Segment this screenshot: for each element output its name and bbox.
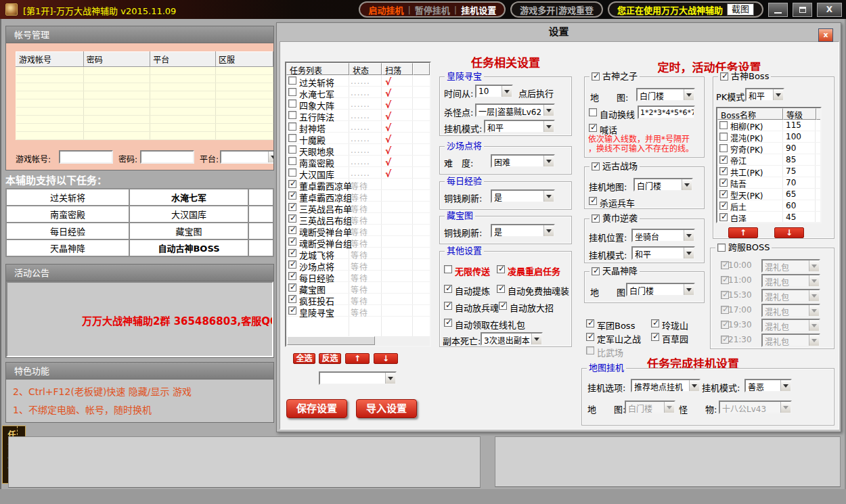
huangjin-mode-select[interactable]: 和平 (631, 246, 695, 260)
boss-checkbox[interactable] (719, 121, 728, 129)
boss-row[interactable]: 混沌(PK)100 (717, 131, 820, 143)
dungeon-death-select[interactable]: 3次退出副本 (481, 332, 543, 346)
kuafu-boss-checkbox[interactable] (717, 244, 726, 252)
task-checkbox[interactable] (288, 249, 296, 257)
task-list[interactable]: 任务列表 状态 扫荡 过关斩将...... 水淹七军...... 四象大阵...… (285, 62, 431, 347)
task-row[interactable]: 沙场点将等待 (286, 259, 430, 271)
task-row[interactable]: 天眼地泉...... (286, 144, 430, 156)
task-row[interactable]: 大汉国库...... (286, 167, 430, 179)
select-all-button[interactable]: 全选 (293, 353, 315, 364)
account-table[interactable]: 游戏帐号 密码 平台 区服 (16, 51, 273, 140)
boss-checkbox[interactable] (719, 213, 728, 221)
task-row[interactable]: 疯狂投石等待 (286, 294, 430, 305)
boss-checkbox[interactable] (719, 190, 728, 198)
hang-option-select[interactable]: 推荐地点挂机 (631, 379, 700, 392)
horizontal-scrollbar[interactable] (286, 336, 430, 346)
tianjing-map-select[interactable]: 白门楼 (626, 283, 695, 296)
boss-row[interactable]: 共工(PK)75 (717, 166, 820, 177)
task-checkbox[interactable] (288, 76, 296, 85)
difficulty-select[interactable]: 困难 (491, 154, 555, 168)
pk-mode-select[interactable]: 和平 (745, 88, 784, 101)
platform-select[interactable] (220, 150, 273, 164)
profile-select[interactable] (319, 371, 397, 385)
invert-select-button[interactable]: 反选 (319, 353, 341, 364)
auto-claim-gift-checkbox[interactable] (444, 319, 452, 327)
midnight-restart-checkbox[interactable] (497, 265, 505, 273)
task-checkbox[interactable] (288, 157, 296, 165)
col-header-platform[interactable]: 平台 (150, 52, 216, 67)
yuangu-checkbox[interactable] (592, 162, 600, 170)
boss-checkbox[interactable] (719, 144, 728, 152)
dropdown-arrow-icon[interactable] (543, 121, 554, 132)
account-table-row[interactable] (16, 91, 273, 99)
account-table-row[interactable] (16, 75, 273, 83)
kill-cart-checkbox[interactable] (589, 197, 597, 205)
line-sequence-input[interactable]: 1*2*3*4*5*6*7 (638, 106, 695, 119)
hang-mode-select[interactable]: 和平 (484, 120, 555, 133)
col-header-password[interactable]: 密码 (83, 52, 150, 67)
task-checkbox[interactable] (288, 295, 296, 303)
task-row[interactable]: 十魔殿...... (286, 133, 430, 144)
auto-refine-checkbox[interactable] (444, 285, 452, 293)
move-down-button[interactable]: ↓ (374, 353, 398, 364)
task-row[interactable]: 三英战吕布组等待 (286, 213, 430, 225)
task-row[interactable]: 三英战吕布单等待 (286, 202, 430, 213)
dropdown-arrow-icon[interactable] (684, 230, 694, 241)
task-checkbox[interactable] (288, 180, 296, 188)
list-header-status[interactable]: 状态 (349, 63, 382, 75)
task-row[interactable]: 董卓霸西凉组等待 (286, 190, 430, 202)
boss-row[interactable]: 型天(PK)65 (717, 189, 820, 200)
task-checkbox[interactable] (288, 272, 296, 280)
password-input[interactable] (140, 150, 194, 164)
task-row[interactable]: 董卓霸西凉单等待 (286, 179, 430, 190)
col-header-account[interactable]: 游戏帐号 (16, 52, 84, 67)
account-input[interactable] (59, 150, 113, 164)
boss-checkbox[interactable] (719, 202, 728, 210)
list-header-sweep[interactable]: 扫荡 (382, 63, 413, 75)
boss-move-down-button[interactable]: ↓ (774, 227, 804, 238)
boss-col-level[interactable]: 等级 (783, 108, 816, 120)
task-row[interactable]: 四象大阵...... (286, 98, 430, 110)
task-checkbox[interactable] (288, 226, 296, 234)
dropdown-arrow-icon[interactable] (543, 225, 554, 236)
time-from-select[interactable]: 10 (475, 85, 513, 98)
huangjin-checkbox[interactable] (592, 214, 600, 223)
dropdown-arrow-icon[interactable] (684, 284, 694, 295)
task-checkbox[interactable] (288, 191, 296, 200)
task-checkbox[interactable] (288, 168, 296, 177)
boss-checkbox[interactable] (719, 179, 728, 187)
pause-hang-button[interactable]: 暂停挂机 (415, 3, 450, 16)
coin-refresh-select[interactable]: 是 (491, 224, 555, 237)
boss-row[interactable]: 相柳(PK)115 (717, 120, 820, 131)
task-row[interactable]: 水淹七军...... (286, 87, 430, 98)
minimize-button[interactable] (768, 3, 788, 17)
coin-refresh-select[interactable]: 是 (491, 189, 555, 203)
task-row[interactable]: 南蛮密殿...... (286, 156, 430, 167)
dropdown-arrow-icon[interactable] (502, 86, 512, 97)
boss-checkbox[interactable] (719, 133, 728, 141)
task-row[interactable]: 封神塔...... (286, 121, 430, 133)
dropdown-arrow-icon[interactable] (682, 179, 692, 190)
dropdown-arrow-icon[interactable] (773, 89, 783, 100)
account-table-row[interactable] (16, 132, 273, 140)
dropdown-arrow-icon[interactable] (385, 373, 395, 384)
boss-checkbox[interactable] (719, 167, 728, 175)
boss-row[interactable]: 穷奇(PK)90 (717, 143, 820, 154)
auto-free-draw-checkbox[interactable] (497, 285, 505, 293)
boss-row[interactable]: 帝江85 (717, 154, 820, 166)
biwuchang-checkbox[interactable] (586, 346, 594, 354)
gushen-zhizi-checkbox[interactable] (592, 72, 600, 81)
task-checkbox[interactable] (288, 145, 296, 154)
boss-col-name[interactable]: Boss名称 (717, 108, 783, 120)
account-table-row[interactable] (16, 108, 273, 116)
boss-checkbox[interactable] (719, 156, 728, 164)
task-checkbox[interactable] (288, 99, 296, 108)
account-table-row[interactable] (16, 124, 273, 132)
dialog-close-button[interactable]: x (818, 28, 833, 42)
boss-row[interactable]: 后土60 (717, 200, 820, 212)
auto-line-switch-checkbox[interactable] (589, 108, 597, 116)
task-row[interactable]: 龙城飞将等待 (286, 248, 430, 259)
boss-move-up-button[interactable]: ↑ (728, 227, 758, 238)
multi-open-relogin-button[interactable]: 游戏多开|游戏重登 (510, 1, 603, 18)
finish-mode-select[interactable]: 善恶 (744, 379, 792, 392)
